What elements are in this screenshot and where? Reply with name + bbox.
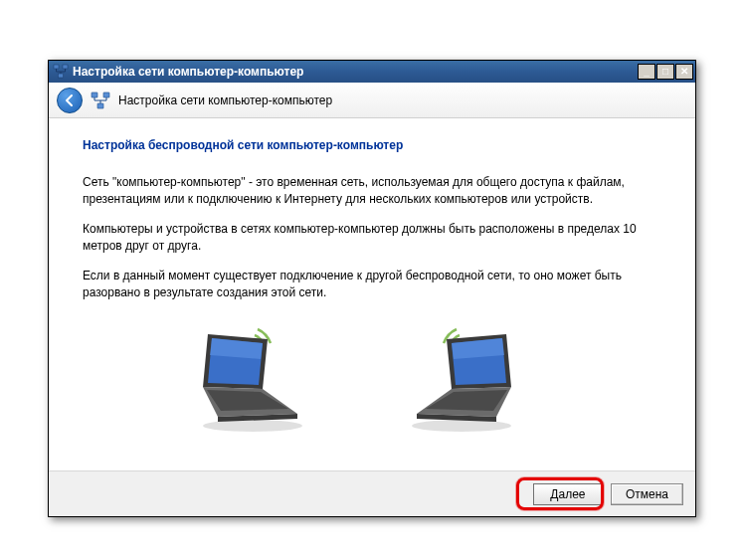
svg-rect-7 [92,93,97,97]
page-heading: Настройка беспроводной сети компьютер-ко… [83,138,661,152]
window-title: Настройка сети компьютер-компьютер [73,65,637,79]
illustration [83,319,661,434]
paragraph-2: Компьютеры и устройства в сетях компьюте… [83,221,640,256]
network-icon [53,64,69,80]
close-button[interactable]: ✕ [675,64,693,80]
back-button[interactable] [57,88,83,113]
wizard-window: Настройка сети компьютер-компьютер _ □ ✕ [48,60,696,517]
laptop-right-icon [402,319,551,434]
header-title: Настройка сети компьютер-компьютер [118,93,332,107]
svg-rect-0 [54,65,59,69]
maximize-button[interactable]: □ [656,64,674,80]
paragraph-1: Сеть "компьютер-компьютер" - это временн… [83,174,640,209]
titlebar: Настройка сети компьютер-компьютер _ □ ✕ [49,61,695,83]
svg-point-14 [203,420,302,432]
svg-point-15 [412,420,511,432]
laptop-left-icon [163,319,312,434]
svg-rect-1 [63,65,68,69]
cancel-button[interactable]: Отмена [611,483,683,505]
paragraph-3: Если в данный момент существует подключе… [83,268,640,302]
header-bar: Настройка сети компьютер-компьютер [49,83,695,118]
svg-rect-8 [103,93,109,97]
network-topology-icon [91,91,110,110]
svg-rect-2 [59,74,64,78]
minimize-button[interactable]: _ [638,64,655,80]
footer-bar: Далее Отмена [49,470,695,516]
content-area: Настройка беспроводной сети компьютер-ко… [49,118,695,470]
svg-rect-9 [97,103,103,108]
next-button[interactable]: Далее [533,483,603,505]
